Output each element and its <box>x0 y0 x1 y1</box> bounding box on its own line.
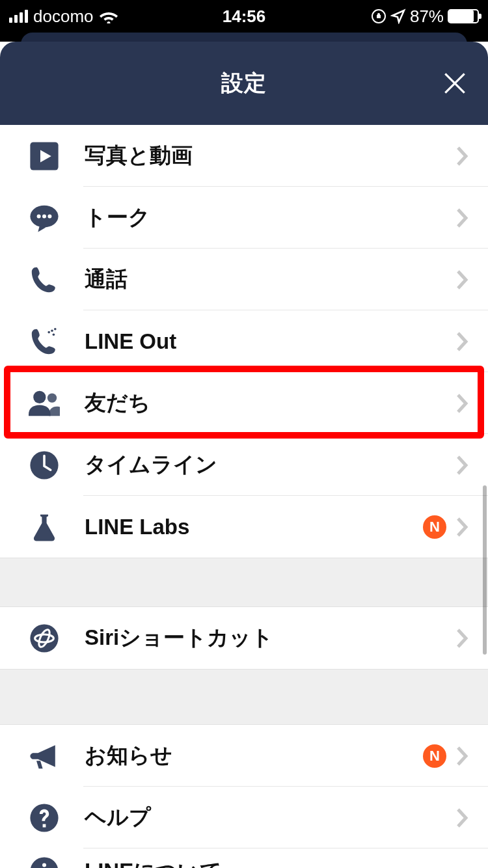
row-talk[interactable]: トーク <box>0 187 488 249</box>
cellular-signal-icon <box>9 10 28 23</box>
close-button[interactable] <box>441 70 468 97</box>
question-circle-icon <box>29 802 60 834</box>
megaphone-icon <box>29 740 60 772</box>
clock-icon <box>29 450 60 481</box>
new-badge: N <box>423 744 446 768</box>
chat-bubble-icon <box>29 202 60 234</box>
row-about[interactable]: LINEについて <box>0 848 488 868</box>
row-line-out[interactable]: LINE Out <box>0 310 488 372</box>
row-help[interactable]: ヘルプ <box>0 787 488 848</box>
row-label: Siriショートカット <box>85 623 455 653</box>
people-icon <box>29 388 60 419</box>
svg-point-5 <box>47 214 51 218</box>
flask-icon <box>29 511 60 543</box>
chevron-right-icon <box>455 207 468 229</box>
svg-point-9 <box>54 328 57 331</box>
location-icon <box>390 8 406 24</box>
battery-icon <box>448 9 479 23</box>
chevron-right-icon <box>455 269 468 291</box>
row-label: タイムライン <box>85 450 455 480</box>
info-circle-icon <box>29 856 60 868</box>
svg-point-3 <box>37 214 41 218</box>
play-square-icon <box>29 141 60 172</box>
close-icon <box>441 70 468 97</box>
row-photos-video[interactable]: 写真と動画 <box>0 125 488 187</box>
settings-list[interactable]: 写真と動画 トーク 通話 LINE Out <box>0 125 488 868</box>
scroll-indicator[interactable] <box>483 485 487 655</box>
siri-icon <box>29 623 60 654</box>
carrier-label: docomo <box>33 7 94 27</box>
section-gap <box>0 558 488 607</box>
row-label: 写真と動画 <box>85 141 455 170</box>
page-title: 設定 <box>221 68 267 98</box>
row-label: お知らせ <box>85 741 423 770</box>
wifi-icon <box>99 9 118 23</box>
chevron-right-icon <box>455 392 468 414</box>
row-calls[interactable]: 通話 <box>0 249 488 310</box>
phone-icon <box>29 264 60 295</box>
chevron-right-icon <box>455 807 468 829</box>
sheet-stack-hint <box>0 33 488 42</box>
row-label: ヘルプ <box>85 803 455 832</box>
chevron-right-icon <box>455 331 468 353</box>
chevron-right-icon <box>455 627 468 649</box>
status-bar: docomo 14:56 87% <box>0 0 488 33</box>
battery-percent: 87% <box>410 7 444 27</box>
svg-point-10 <box>33 390 46 403</box>
svg-point-6 <box>47 331 50 333</box>
clock: 14:56 <box>223 7 266 27</box>
row-news[interactable]: お知らせ N <box>0 725 488 787</box>
row-siri-shortcut[interactable]: Siriショートカット <box>0 607 488 669</box>
svg-point-7 <box>51 329 53 332</box>
row-label: 友だち <box>85 388 455 418</box>
svg-point-8 <box>53 333 55 336</box>
chevron-right-icon <box>455 145 468 167</box>
phone-out-icon <box>29 326 60 357</box>
svg-point-4 <box>42 214 46 218</box>
row-label: LINEについて <box>85 857 468 869</box>
section-gap <box>0 669 488 725</box>
svg-point-18 <box>42 863 46 867</box>
chevron-right-icon <box>455 454 468 476</box>
row-label: 通話 <box>85 265 455 294</box>
row-label: LINE Labs <box>85 515 423 539</box>
new-badge: N <box>423 515 446 539</box>
row-label: LINE Out <box>85 329 455 354</box>
row-timeline[interactable]: タイムライン <box>0 434 488 496</box>
row-line-labs[interactable]: LINE Labs N <box>0 496 488 558</box>
chevron-right-icon <box>455 516 468 538</box>
settings-header: 設定 <box>0 42 488 125</box>
rotation-lock-icon <box>371 8 386 24</box>
svg-point-11 <box>47 393 57 402</box>
chevron-right-icon <box>455 745 468 767</box>
row-label: トーク <box>85 203 455 232</box>
row-friends[interactable]: 友だち <box>0 372 488 434</box>
